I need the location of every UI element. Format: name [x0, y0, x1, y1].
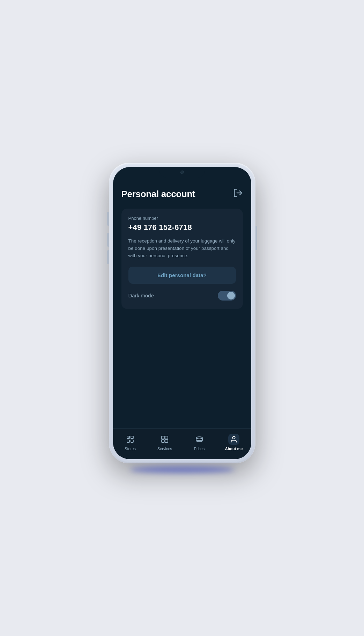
svg-rect-6 [162, 436, 164, 439]
toggle-thumb [227, 292, 235, 299]
about-me-icon [228, 434, 239, 445]
page-title: Personal account [121, 189, 195, 200]
prices-icon [194, 434, 205, 445]
svg-rect-7 [165, 436, 168, 439]
svg-rect-9 [165, 440, 168, 442]
page-header: Personal account [121, 188, 243, 200]
camera [180, 171, 184, 174]
dark-mode-row: Dark mode [128, 291, 236, 301]
svg-point-11 [232, 436, 235, 439]
services-label: Services [157, 447, 172, 451]
notch [159, 167, 205, 178]
edit-personal-data-button[interactable]: Edit personal data? [128, 267, 236, 284]
bottom-nav: Stores Services [113, 428, 251, 459]
logout-button[interactable] [233, 188, 243, 200]
svg-rect-4 [131, 440, 133, 442]
toggle-track [218, 291, 236, 301]
services-icon [159, 434, 170, 445]
info-text: The reception and delivery of your lugga… [128, 238, 236, 260]
nav-item-services[interactable]: Services [148, 432, 182, 452]
nav-item-about-me[interactable]: About me [217, 432, 251, 452]
stores-label: Stores [125, 447, 136, 451]
dark-mode-label: Dark mode [128, 292, 154, 298]
phone-label: Phone number [128, 216, 236, 221]
prices-label: Prices [194, 447, 205, 451]
svg-rect-3 [127, 440, 129, 442]
nav-item-stores[interactable]: Stores [113, 432, 148, 452]
screen-content: Personal account Phone number +49 1 [113, 167, 251, 459]
phone-screen: Personal account Phone number +49 1 [113, 167, 251, 459]
account-card: Phone number +49 176 152-6718 The recept… [121, 209, 243, 309]
about-me-label: About me [225, 447, 243, 451]
content-area: Personal account Phone number +49 1 [113, 181, 251, 428]
phone-number: +49 176 152-6718 [128, 223, 236, 232]
dark-mode-toggle[interactable] [218, 291, 236, 301]
nav-item-prices[interactable]: Prices [182, 432, 217, 452]
stores-icon [125, 434, 136, 445]
svg-rect-8 [162, 440, 164, 442]
phone-shadow [130, 466, 235, 473]
svg-rect-2 [131, 436, 133, 439]
phone-device: Personal account Phone number +49 1 [109, 163, 255, 473]
phone-outer-frame: Personal account Phone number +49 1 [109, 163, 255, 463]
